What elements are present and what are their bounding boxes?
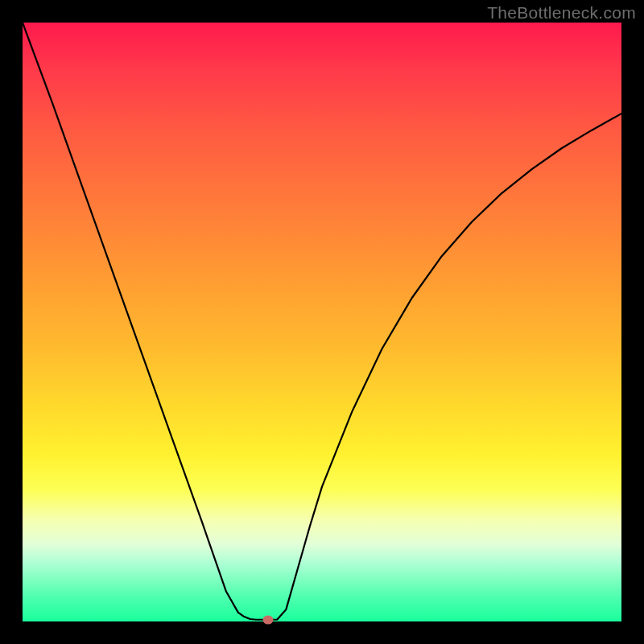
optimum-marker — [263, 615, 274, 624]
bottleneck-curve — [23, 23, 621, 620]
watermark-text: TheBottleneck.com — [487, 3, 636, 23]
plot-area — [23, 23, 621, 621]
curve-svg — [23, 23, 621, 621]
chart-frame: TheBottleneck.com — [0, 0, 644, 644]
